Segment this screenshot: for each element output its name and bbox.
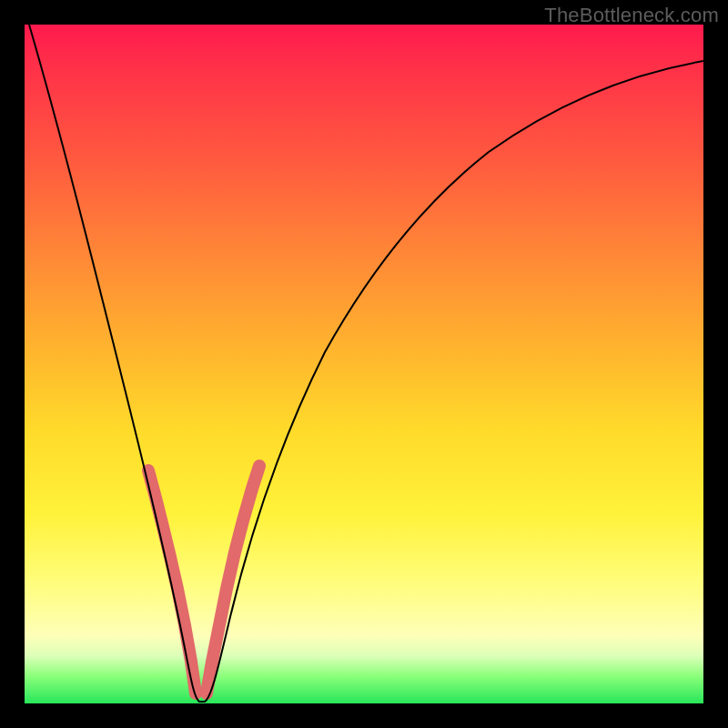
highlight-right-arm <box>207 466 259 693</box>
chart-plot-area <box>25 25 703 703</box>
chart-frame: TheBottleneck.com <box>0 0 728 728</box>
watermark-text: TheBottleneck.com <box>544 4 719 27</box>
bottleneck-curve-svg <box>25 25 703 703</box>
highlight-left-arm <box>148 470 196 693</box>
bottleneck-curve-path <box>29 25 703 702</box>
